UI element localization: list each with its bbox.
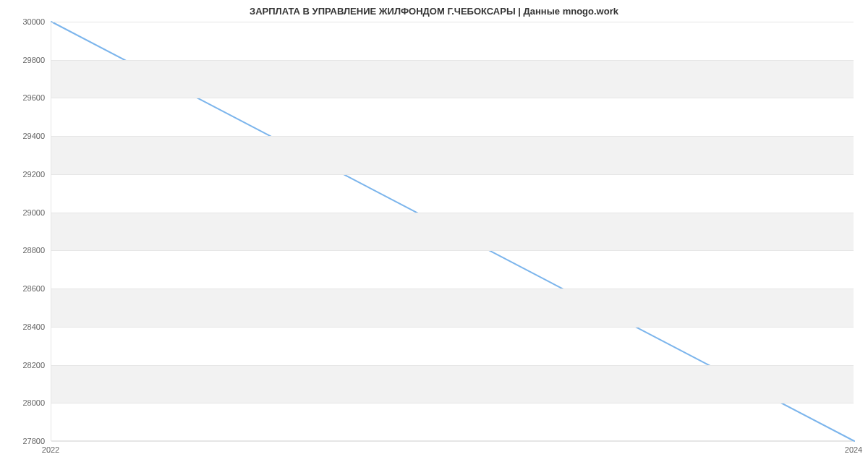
gridline	[51, 250, 854, 251]
gridline	[51, 327, 854, 328]
y-tick-label: 28200	[14, 361, 45, 369]
y-tick-label: 27800	[14, 437, 45, 445]
y-tick-label: 29600	[14, 93, 45, 102]
gridline	[51, 289, 854, 289]
plot-band	[51, 60, 854, 98]
gridline	[51, 441, 854, 442]
y-tick-label: 28600	[14, 284, 45, 293]
plot-band	[51, 365, 854, 403]
gridline	[51, 98, 854, 98]
y-tick-label: 28000	[14, 398, 45, 407]
gridline	[51, 213, 854, 213]
chart-container: ЗАРПЛАТА В УПРАВЛЕНИЕ ЖИЛФОНДОМ Г.ЧЕБОКС…	[0, 0, 868, 470]
gridline	[51, 403, 854, 403]
y-tick-label: 30000	[14, 17, 45, 26]
y-tick-label: 29200	[14, 170, 45, 179]
gridline	[51, 136, 854, 137]
y-tick-label: 29800	[14, 56, 45, 64]
gridline	[51, 60, 854, 61]
y-tick-label: 29400	[14, 132, 45, 140]
gridline	[51, 365, 854, 366]
plot-band	[51, 289, 854, 327]
y-tick-label: 28800	[14, 246, 45, 255]
gridline	[51, 174, 854, 175]
plot-area	[51, 22, 854, 441]
plot-band	[51, 213, 854, 251]
x-tick-label: 2024	[845, 445, 862, 454]
y-tick-label: 29000	[14, 208, 45, 217]
x-tick-label: 2022	[42, 445, 59, 454]
chart-title: ЗАРПЛАТА В УПРАВЛЕНИЕ ЖИЛФОНДОМ Г.ЧЕБОКС…	[0, 6, 868, 17]
plot-band	[51, 136, 854, 174]
y-tick-label: 28400	[14, 322, 45, 331]
gridline	[51, 22, 854, 22]
